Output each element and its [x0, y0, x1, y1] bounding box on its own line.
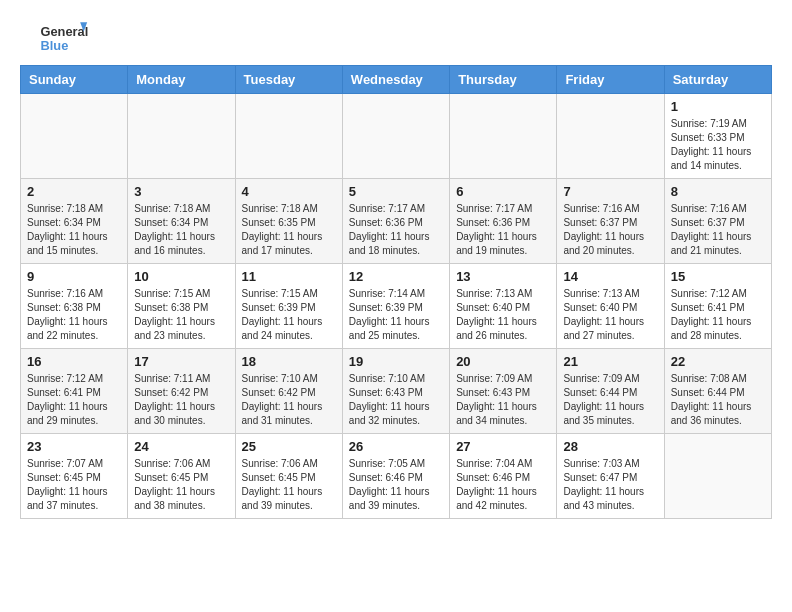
- day-header-thursday: Thursday: [450, 66, 557, 94]
- day-number: 9: [27, 269, 121, 284]
- day-header-saturday: Saturday: [664, 66, 771, 94]
- day-info: Sunrise: 7:06 AM Sunset: 6:45 PM Dayligh…: [242, 457, 336, 513]
- day-number: 2: [27, 184, 121, 199]
- day-info: Sunrise: 7:15 AM Sunset: 6:38 PM Dayligh…: [134, 287, 228, 343]
- day-info: Sunrise: 7:04 AM Sunset: 6:46 PM Dayligh…: [456, 457, 550, 513]
- day-info: Sunrise: 7:18 AM Sunset: 6:34 PM Dayligh…: [134, 202, 228, 258]
- day-info: Sunrise: 7:15 AM Sunset: 6:39 PM Dayligh…: [242, 287, 336, 343]
- day-cell: 2Sunrise: 7:18 AM Sunset: 6:34 PM Daylig…: [21, 179, 128, 264]
- day-info: Sunrise: 7:13 AM Sunset: 6:40 PM Dayligh…: [456, 287, 550, 343]
- day-number: 25: [242, 439, 336, 454]
- day-info: Sunrise: 7:17 AM Sunset: 6:36 PM Dayligh…: [349, 202, 443, 258]
- day-info: Sunrise: 7:07 AM Sunset: 6:45 PM Dayligh…: [27, 457, 121, 513]
- logo: GeneralBlue: [20, 20, 110, 55]
- day-number: 16: [27, 354, 121, 369]
- day-header-friday: Friday: [557, 66, 664, 94]
- day-cell: 10Sunrise: 7:15 AM Sunset: 6:38 PM Dayli…: [128, 264, 235, 349]
- day-cell: 7Sunrise: 7:16 AM Sunset: 6:37 PM Daylig…: [557, 179, 664, 264]
- day-header-monday: Monday: [128, 66, 235, 94]
- day-number: 22: [671, 354, 765, 369]
- logo-icon: GeneralBlue: [20, 20, 110, 55]
- day-info: Sunrise: 7:16 AM Sunset: 6:37 PM Dayligh…: [563, 202, 657, 258]
- day-cell: [664, 434, 771, 519]
- day-cell: [342, 94, 449, 179]
- day-cell: 11Sunrise: 7:15 AM Sunset: 6:39 PM Dayli…: [235, 264, 342, 349]
- day-cell: 27Sunrise: 7:04 AM Sunset: 6:46 PM Dayli…: [450, 434, 557, 519]
- day-number: 3: [134, 184, 228, 199]
- day-cell: 14Sunrise: 7:13 AM Sunset: 6:40 PM Dayli…: [557, 264, 664, 349]
- day-cell: 16Sunrise: 7:12 AM Sunset: 6:41 PM Dayli…: [21, 349, 128, 434]
- day-number: 6: [456, 184, 550, 199]
- day-info: Sunrise: 7:16 AM Sunset: 6:37 PM Dayligh…: [671, 202, 765, 258]
- day-info: Sunrise: 7:10 AM Sunset: 6:42 PM Dayligh…: [242, 372, 336, 428]
- day-number: 27: [456, 439, 550, 454]
- day-info: Sunrise: 7:13 AM Sunset: 6:40 PM Dayligh…: [563, 287, 657, 343]
- day-number: 23: [27, 439, 121, 454]
- day-cell: 6Sunrise: 7:17 AM Sunset: 6:36 PM Daylig…: [450, 179, 557, 264]
- day-info: Sunrise: 7:09 AM Sunset: 6:43 PM Dayligh…: [456, 372, 550, 428]
- day-cell: [557, 94, 664, 179]
- day-number: 13: [456, 269, 550, 284]
- days-header-row: SundayMondayTuesdayWednesdayThursdayFrid…: [21, 66, 772, 94]
- day-info: Sunrise: 7:18 AM Sunset: 6:35 PM Dayligh…: [242, 202, 336, 258]
- day-cell: 23Sunrise: 7:07 AM Sunset: 6:45 PM Dayli…: [21, 434, 128, 519]
- day-cell: 24Sunrise: 7:06 AM Sunset: 6:45 PM Dayli…: [128, 434, 235, 519]
- svg-text:Blue: Blue: [41, 38, 69, 53]
- day-number: 1: [671, 99, 765, 114]
- day-info: Sunrise: 7:19 AM Sunset: 6:33 PM Dayligh…: [671, 117, 765, 173]
- day-cell: 12Sunrise: 7:14 AM Sunset: 6:39 PM Dayli…: [342, 264, 449, 349]
- day-cell: 8Sunrise: 7:16 AM Sunset: 6:37 PM Daylig…: [664, 179, 771, 264]
- day-cell: 15Sunrise: 7:12 AM Sunset: 6:41 PM Dayli…: [664, 264, 771, 349]
- day-cell: 9Sunrise: 7:16 AM Sunset: 6:38 PM Daylig…: [21, 264, 128, 349]
- day-number: 28: [563, 439, 657, 454]
- day-info: Sunrise: 7:14 AM Sunset: 6:39 PM Dayligh…: [349, 287, 443, 343]
- day-cell: 21Sunrise: 7:09 AM Sunset: 6:44 PM Dayli…: [557, 349, 664, 434]
- svg-text:General: General: [41, 24, 89, 39]
- day-header-wednesday: Wednesday: [342, 66, 449, 94]
- day-number: 14: [563, 269, 657, 284]
- day-info: Sunrise: 7:05 AM Sunset: 6:46 PM Dayligh…: [349, 457, 443, 513]
- day-cell: [128, 94, 235, 179]
- day-number: 19: [349, 354, 443, 369]
- day-cell: 4Sunrise: 7:18 AM Sunset: 6:35 PM Daylig…: [235, 179, 342, 264]
- day-info: Sunrise: 7:09 AM Sunset: 6:44 PM Dayligh…: [563, 372, 657, 428]
- day-cell: 19Sunrise: 7:10 AM Sunset: 6:43 PM Dayli…: [342, 349, 449, 434]
- day-header-sunday: Sunday: [21, 66, 128, 94]
- day-info: Sunrise: 7:12 AM Sunset: 6:41 PM Dayligh…: [671, 287, 765, 343]
- week-row-2: 2Sunrise: 7:18 AM Sunset: 6:34 PM Daylig…: [21, 179, 772, 264]
- day-cell: 22Sunrise: 7:08 AM Sunset: 6:44 PM Dayli…: [664, 349, 771, 434]
- day-info: Sunrise: 7:11 AM Sunset: 6:42 PM Dayligh…: [134, 372, 228, 428]
- day-number: 7: [563, 184, 657, 199]
- day-info: Sunrise: 7:06 AM Sunset: 6:45 PM Dayligh…: [134, 457, 228, 513]
- day-cell: 17Sunrise: 7:11 AM Sunset: 6:42 PM Dayli…: [128, 349, 235, 434]
- day-cell: 13Sunrise: 7:13 AM Sunset: 6:40 PM Dayli…: [450, 264, 557, 349]
- day-number: 10: [134, 269, 228, 284]
- day-cell: [235, 94, 342, 179]
- week-row-5: 23Sunrise: 7:07 AM Sunset: 6:45 PM Dayli…: [21, 434, 772, 519]
- day-header-tuesday: Tuesday: [235, 66, 342, 94]
- day-cell: 5Sunrise: 7:17 AM Sunset: 6:36 PM Daylig…: [342, 179, 449, 264]
- day-cell: 1Sunrise: 7:19 AM Sunset: 6:33 PM Daylig…: [664, 94, 771, 179]
- day-number: 26: [349, 439, 443, 454]
- week-row-4: 16Sunrise: 7:12 AM Sunset: 6:41 PM Dayli…: [21, 349, 772, 434]
- day-number: 11: [242, 269, 336, 284]
- day-number: 15: [671, 269, 765, 284]
- day-cell: 20Sunrise: 7:09 AM Sunset: 6:43 PM Dayli…: [450, 349, 557, 434]
- day-number: 18: [242, 354, 336, 369]
- calendar: SundayMondayTuesdayWednesdayThursdayFrid…: [20, 65, 772, 519]
- day-number: 24: [134, 439, 228, 454]
- day-number: 4: [242, 184, 336, 199]
- day-cell: 28Sunrise: 7:03 AM Sunset: 6:47 PM Dayli…: [557, 434, 664, 519]
- day-number: 8: [671, 184, 765, 199]
- day-cell: 18Sunrise: 7:10 AM Sunset: 6:42 PM Dayli…: [235, 349, 342, 434]
- day-info: Sunrise: 7:03 AM Sunset: 6:47 PM Dayligh…: [563, 457, 657, 513]
- day-cell: 25Sunrise: 7:06 AM Sunset: 6:45 PM Dayli…: [235, 434, 342, 519]
- day-cell: [450, 94, 557, 179]
- day-cell: 3Sunrise: 7:18 AM Sunset: 6:34 PM Daylig…: [128, 179, 235, 264]
- week-row-3: 9Sunrise: 7:16 AM Sunset: 6:38 PM Daylig…: [21, 264, 772, 349]
- day-info: Sunrise: 7:08 AM Sunset: 6:44 PM Dayligh…: [671, 372, 765, 428]
- day-info: Sunrise: 7:12 AM Sunset: 6:41 PM Dayligh…: [27, 372, 121, 428]
- day-cell: 26Sunrise: 7:05 AM Sunset: 6:46 PM Dayli…: [342, 434, 449, 519]
- day-number: 21: [563, 354, 657, 369]
- day-number: 12: [349, 269, 443, 284]
